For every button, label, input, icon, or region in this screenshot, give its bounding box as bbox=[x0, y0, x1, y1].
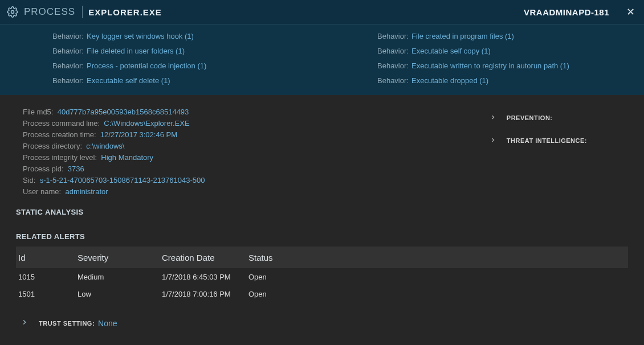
behavior-value[interactable]: Executable self copy (1) bbox=[411, 45, 491, 57]
prevention-label: PREVENTION: bbox=[507, 114, 553, 121]
cmdline-value[interactable]: C:\Windows\Explorer.EXE bbox=[104, 119, 189, 128]
behavior-value[interactable]: Key logger set windows hook (1) bbox=[87, 30, 194, 43]
ctime-label: Process creation time: bbox=[23, 130, 96, 139]
file-md5-label: File md5: bbox=[23, 108, 53, 116]
header-host: VRAADMINAPD-181 bbox=[524, 7, 609, 17]
chevron-right-icon bbox=[21, 318, 28, 328]
behaviors-panel: Behavior:Key logger set windows hook (1)… bbox=[0, 24, 644, 95]
cell-stat: Open bbox=[248, 290, 328, 298]
behavior-label: Behavior: bbox=[52, 60, 85, 72]
behavior-label: Behavior: bbox=[377, 75, 410, 87]
trust-setting-value[interactable]: None bbox=[98, 319, 117, 328]
behavior-label: Behavior: bbox=[377, 60, 410, 72]
col-id[interactable]: Id bbox=[18, 253, 78, 262]
cell-date: 1/7/2018 7:00:16 PM bbox=[162, 290, 248, 298]
prevention-section[interactable]: PREVENTION: bbox=[490, 106, 587, 129]
cell-sev: Medium bbox=[78, 273, 162, 281]
trust-setting-label: TRUST SETTING: bbox=[39, 320, 95, 327]
table-row[interactable]: 1015Medium1/7/2018 6:45:03 PMOpen bbox=[16, 268, 628, 285]
close-icon[interactable]: ✕ bbox=[623, 5, 638, 19]
user-value[interactable]: administrator bbox=[65, 187, 108, 196]
cell-stat: Open bbox=[248, 273, 328, 281]
behavior-label: Behavior: bbox=[377, 30, 410, 43]
process-details: File md5: 40d777b7a95e00593eb1568c685144… bbox=[23, 106, 205, 198]
threat-intel-label: THREAT INTELLIGENCE: bbox=[507, 137, 587, 144]
behavior-value[interactable]: Process - potential code injection (1) bbox=[87, 60, 206, 72]
cell-sev: Low bbox=[78, 290, 162, 298]
col-severity[interactable]: Severity bbox=[78, 253, 162, 262]
behavior-row: Behavior:Key logger set windows hook (1) bbox=[52, 29, 349, 44]
behavior-row: Behavior:Executable dropped (1) bbox=[377, 73, 569, 88]
behavior-row: Behavior:Executable self delete (1) bbox=[52, 73, 349, 88]
svg-point-0 bbox=[11, 11, 14, 14]
threat-intel-section[interactable]: THREAT INTELLIGENCE: bbox=[490, 129, 587, 152]
alerts-table: Id Severity Creation Date Status 1015Med… bbox=[16, 247, 628, 302]
behavior-row: Behavior:File created in program files (… bbox=[377, 29, 569, 44]
behavior-label: Behavior: bbox=[52, 75, 85, 87]
header-bar: PROCESS EXPLORER.EXE VRAADMINAPD-181 ✕ bbox=[0, 0, 644, 24]
integrity-value[interactable]: High Mandatory bbox=[101, 153, 153, 162]
pid-label: Process pid: bbox=[23, 165, 64, 173]
behavior-label: Behavior: bbox=[52, 30, 85, 43]
col-status[interactable]: Status bbox=[248, 253, 328, 262]
header-separator bbox=[82, 6, 83, 18]
user-label: User name: bbox=[23, 187, 61, 196]
gear-icon bbox=[7, 6, 18, 18]
sid-value[interactable]: s-1-5-21-470065703-1508671143-213761043-… bbox=[40, 176, 205, 184]
dir-label: Process directory: bbox=[23, 142, 82, 150]
behavior-value[interactable]: Executable self delete (1) bbox=[87, 75, 170, 87]
related-alerts-heading: RELATED ALERTS bbox=[16, 232, 644, 241]
behavior-value[interactable]: File created in program files (1) bbox=[411, 30, 514, 43]
chevron-right-icon bbox=[490, 114, 496, 122]
dir-value[interactable]: c:\windows\ bbox=[86, 142, 124, 150]
cell-date: 1/7/2018 6:45:03 PM bbox=[162, 273, 248, 281]
header-kind: PROCESS bbox=[24, 6, 75, 18]
chevron-right-icon bbox=[490, 137, 496, 145]
cell-id: 1501 bbox=[18, 290, 78, 298]
trust-setting-section[interactable]: TRUST SETTING: None bbox=[21, 318, 644, 328]
behavior-row: Behavior:File deleted in user folders (1… bbox=[52, 44, 349, 59]
behavior-row: Behavior:Process - potential code inject… bbox=[52, 59, 349, 73]
alerts-header-row: Id Severity Creation Date Status bbox=[16, 247, 628, 268]
cmdline-label: Process command line: bbox=[23, 119, 100, 128]
behavior-label: Behavior: bbox=[52, 45, 85, 57]
file-md5-value[interactable]: 40d777b7a95e00593eb1568c68514493 bbox=[58, 108, 189, 116]
header-process-name: EXPLORER.EXE bbox=[88, 7, 162, 17]
pid-value[interactable]: 3736 bbox=[68, 165, 84, 173]
behavior-label: Behavior: bbox=[377, 45, 410, 57]
behavior-row: Behavior:Executable self copy (1) bbox=[377, 44, 569, 59]
static-analysis-heading: STATIC ANALYSIS bbox=[16, 208, 644, 216]
behavior-value[interactable]: Executable dropped (1) bbox=[411, 75, 488, 87]
sid-label: Sid: bbox=[23, 176, 35, 184]
behavior-row: Behavior:Executable written to registry … bbox=[377, 59, 569, 73]
behavior-value[interactable]: Executable written to registry in autoru… bbox=[411, 60, 569, 72]
behavior-value[interactable]: File deleted in user folders (1) bbox=[87, 45, 185, 57]
col-date[interactable]: Creation Date bbox=[162, 253, 248, 262]
cell-id: 1015 bbox=[18, 273, 78, 281]
table-row[interactable]: 1501Low1/7/2018 7:00:16 PMOpen bbox=[16, 285, 628, 302]
ctime-value[interactable]: 12/27/2017 3:02:46 PM bbox=[100, 130, 177, 139]
integrity-label: Process integrity level: bbox=[23, 153, 97, 162]
